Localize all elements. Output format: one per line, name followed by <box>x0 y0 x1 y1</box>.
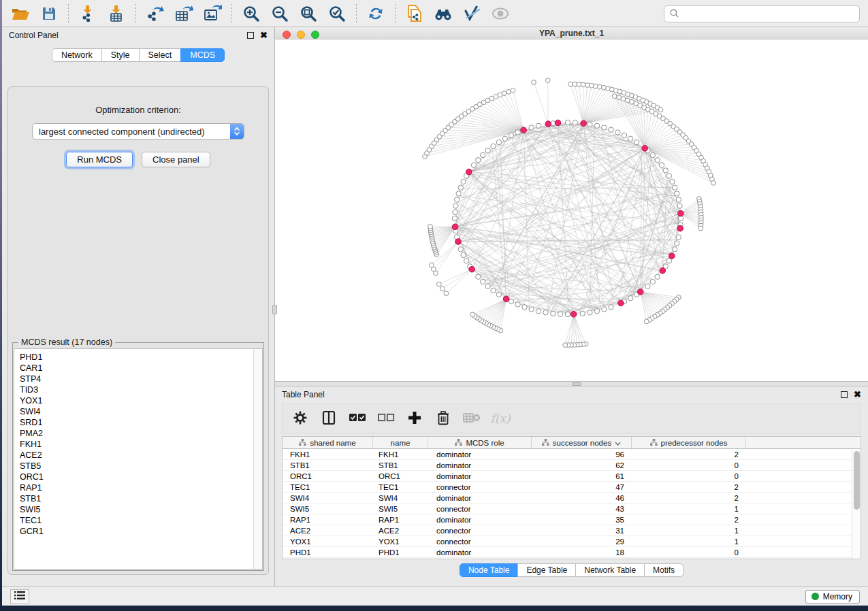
mcds-result-item[interactable]: YOX1 <box>20 395 262 406</box>
mcds-result-item[interactable]: STB5 <box>20 461 262 472</box>
close-table-panel-icon[interactable]: ✖ <box>854 391 861 398</box>
table-cell[interactable]: 61 <box>532 471 632 481</box>
table-settings-button[interactable] <box>291 408 310 429</box>
new-network-from-selection-button[interactable] <box>400 2 429 25</box>
import-network-button[interactable] <box>74 2 102 25</box>
save-session-button[interactable] <box>35 2 63 25</box>
table-cell[interactable]: FKH1 <box>283 449 373 459</box>
table-cell[interactable]: 47 <box>532 482 632 492</box>
table-cell[interactable]: ACE2 <box>373 525 428 535</box>
table-scrollbar-thumb[interactable] <box>854 451 860 510</box>
table-cell[interactable]: dominator <box>428 471 532 481</box>
table-cell[interactable]: STB1 <box>373 460 428 470</box>
tab-network-table[interactable]: Network Table <box>575 563 645 577</box>
table-cell[interactable]: SWI4 <box>283 493 373 503</box>
table-cell[interactable]: dominator <box>428 514 532 525</box>
zoom-out-button[interactable] <box>266 2 294 25</box>
maximize-window-icon[interactable] <box>311 31 319 39</box>
column-header-successor-nodes[interactable]: successor nodes <box>532 437 632 448</box>
zoom-fit-button[interactable] <box>294 2 323 25</box>
table-row[interactable]: STB1STB1dominator620 <box>283 460 852 471</box>
minimize-window-icon[interactable] <box>297 31 305 39</box>
mcds-result-item[interactable]: TEC1 <box>20 515 262 526</box>
mcds-result-item[interactable]: GCR1 <box>20 526 262 537</box>
table-cell[interactable]: 96 <box>532 449 632 459</box>
table-cell[interactable]: connector <box>428 482 532 492</box>
tab-node-table[interactable]: Node Table <box>460 563 519 577</box>
table-cell[interactable]: dominator <box>428 449 532 459</box>
table-cell[interactable]: PHD1 <box>283 547 373 557</box>
table-row[interactable]: RAP1RAP1dominator352 <box>283 514 852 525</box>
zoom-selected-button[interactable] <box>323 2 351 25</box>
mcds-result-item[interactable]: TID3 <box>20 384 262 395</box>
table-cell[interactable]: 1 <box>632 536 746 546</box>
table-row[interactable]: ACE2ACE2connector311 <box>283 525 852 536</box>
table-cell[interactable]: STB1 <box>283 460 373 470</box>
table-cell[interactable]: 0 <box>632 460 746 470</box>
result-scrollbar[interactable] <box>253 349 262 569</box>
mcds-result-item[interactable]: ORC1 <box>20 472 262 482</box>
mcds-result-item[interactable]: SWI4 <box>20 406 262 417</box>
mcds-result-item[interactable]: STB1 <box>20 493 262 504</box>
open-file-button[interactable] <box>6 2 35 25</box>
table-cell[interactable]: 2 <box>632 482 746 492</box>
close-panel-icon[interactable]: ✖ <box>260 32 268 39</box>
table-row[interactable]: SWI4SWI4dominator462 <box>283 493 852 503</box>
table-cell[interactable]: 35 <box>532 514 632 525</box>
table-row[interactable]: SWI5SWI5connector431 <box>283 503 852 514</box>
table-cell[interactable]: 29 <box>532 536 632 546</box>
split-divider-grip[interactable] <box>272 305 277 314</box>
table-cell[interactable]: TEC1 <box>373 482 428 492</box>
tab-edge-table[interactable]: Edge Table <box>517 563 576 577</box>
table-cell[interactable]: 1 <box>632 525 746 535</box>
mcds-result-item[interactable]: CAR1 <box>20 363 262 374</box>
table-cell[interactable]: SWI5 <box>373 503 428 514</box>
show-columns-button[interactable] <box>319 408 338 429</box>
table-cell[interactable]: YOX1 <box>283 536 373 546</box>
find-button[interactable] <box>429 2 457 25</box>
zoom-in-button[interactable] <box>237 2 266 25</box>
mcds-result-item[interactable]: FKH1 <box>20 439 262 450</box>
apply-layout-button[interactable] <box>361 2 390 25</box>
table-cell[interactable]: 2 <box>632 514 746 525</box>
table-cell[interactable]: 31 <box>532 525 632 535</box>
mcds-result-item[interactable]: STP4 <box>20 374 262 384</box>
table-row[interactable]: PHD1PHD1dominator180 <box>283 547 852 558</box>
table-row[interactable]: ORC1ORC1dominator610 <box>283 471 852 482</box>
column-header-MCDS-role[interactable]: MCDS role <box>428 437 532 448</box>
table-cell[interactable]: FKH1 <box>373 449 428 459</box>
table-cell[interactable]: 1 <box>632 503 746 514</box>
search-input[interactable] <box>683 10 854 19</box>
table-cell[interactable]: SWI4 <box>373 493 428 503</box>
delete-columns-button[interactable] <box>434 408 453 429</box>
table-cell[interactable]: 0 <box>632 547 746 557</box>
table-cell[interactable]: PHD1 <box>373 547 428 557</box>
select-all-checks-button[interactable] <box>348 408 367 429</box>
mcds-result-item[interactable]: SRD1 <box>20 417 262 428</box>
table-cell[interactable]: dominator <box>428 547 532 557</box>
table-cell[interactable]: 0 <box>632 471 746 481</box>
add-column-button[interactable] <box>405 408 424 429</box>
task-history-button[interactable] <box>10 589 29 604</box>
table-cell[interactable]: connector <box>428 503 532 514</box>
network-canvas[interactable] <box>275 39 868 381</box>
table-cell[interactable]: SWI5 <box>283 503 373 514</box>
mcds-result-item[interactable]: RAP1 <box>20 482 262 493</box>
table-cell[interactable]: ACE2 <box>283 525 373 535</box>
table-cell[interactable]: connector <box>428 525 532 535</box>
tab-network[interactable]: Network <box>52 48 102 62</box>
mcds-result-item[interactable]: ACE2 <box>20 450 262 461</box>
table-cell[interactable]: dominator <box>428 493 532 503</box>
table-cell[interactable]: dominator <box>428 460 532 470</box>
table-row[interactable]: TEC1TEC1connector472 <box>283 482 852 493</box>
table-cell[interactable]: ORC1 <box>373 471 428 481</box>
clear-all-checks-button[interactable] <box>376 408 396 429</box>
divider-grip[interactable] <box>572 382 581 386</box>
criterion-select[interactable]: largest connected component (undirected) <box>32 123 244 139</box>
float-table-panel-icon[interactable] <box>841 391 848 398</box>
tab-style[interactable]: Style <box>101 48 140 62</box>
table-row[interactable]: YOX1YOX1connector291 <box>283 536 852 547</box>
table-cell[interactable]: 2 <box>632 449 746 459</box>
tab-motifs[interactable]: Motifs <box>644 563 684 577</box>
show-graphics-details-button[interactable] <box>457 2 486 25</box>
